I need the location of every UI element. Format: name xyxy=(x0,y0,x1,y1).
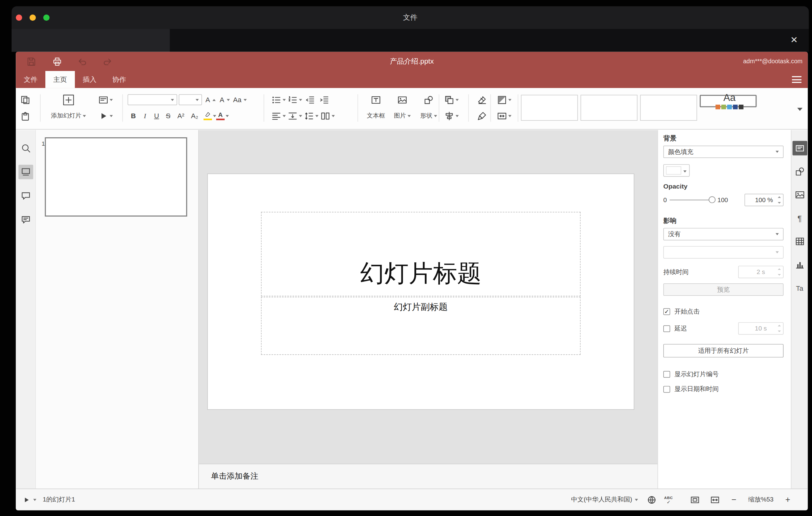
slideshow-button[interactable] xyxy=(22,496,36,504)
spellcheck-button[interactable]: ABC✓ xyxy=(662,493,675,506)
spinner-arrows[interactable] xyxy=(778,268,781,276)
add-slide-label[interactable]: 添加幻灯片 xyxy=(51,112,86,120)
clear-style-button[interactable] xyxy=(476,93,488,107)
fit-to-slide-button[interactable] xyxy=(689,493,701,506)
slide-settings-tab[interactable] xyxy=(792,141,807,155)
theme-option-3[interactable] xyxy=(640,95,697,121)
fit-to-width-button[interactable] xyxy=(709,493,721,506)
paragraph-settings-tab[interactable]: ¶ xyxy=(792,211,807,225)
chevron-down-icon xyxy=(196,99,199,101)
slide[interactable]: 幻灯片标题 幻灯片副标题 xyxy=(208,174,634,409)
theme-option-1[interactable] xyxy=(521,95,578,121)
notes-area[interactable]: 单击添加备注 xyxy=(199,463,658,489)
slide-canvas[interactable]: 幻灯片标题 幻灯片副标题 xyxy=(199,130,658,463)
underline-button[interactable]: U xyxy=(151,112,163,120)
spinner-arrows[interactable] xyxy=(778,325,781,333)
tab-home[interactable]: 主页 xyxy=(45,71,75,88)
copy-button[interactable] xyxy=(19,93,32,107)
increase-font-button[interactable]: A xyxy=(204,93,216,107)
fullscreen-window-button[interactable] xyxy=(43,15,50,21)
italic-button[interactable]: I xyxy=(139,112,151,120)
duration-label: 持续时间 xyxy=(663,267,689,277)
line-spacing-icon xyxy=(303,111,314,121)
delay-input[interactable]: 10 s xyxy=(738,322,784,335)
zoom-in-button[interactable]: + xyxy=(784,495,792,504)
theme-gallery-expand-button[interactable] xyxy=(797,104,803,113)
tab-collaboration[interactable]: 协作 xyxy=(104,71,134,88)
change-case-button[interactable]: Aa xyxy=(232,93,247,107)
superscript-button[interactable]: A² xyxy=(174,112,187,120)
opacity-input[interactable]: 100 % xyxy=(745,194,783,206)
horizontal-align-button[interactable] xyxy=(271,109,286,122)
tab-file[interactable]: 文件 xyxy=(16,71,45,88)
slide-size-button[interactable] xyxy=(497,109,512,122)
bold-button[interactable]: B xyxy=(128,112,140,120)
paste-button[interactable] xyxy=(19,109,32,122)
theme-option-selected[interactable]: Aa xyxy=(700,95,757,107)
background-color-picker[interactable] xyxy=(663,164,690,176)
bullet-list-button[interactable] xyxy=(271,93,286,107)
close-icon[interactable]: ✕ xyxy=(787,33,802,48)
arrange-shapes-button[interactable] xyxy=(444,93,459,107)
start-on-click-checkbox[interactable]: ✓ xyxy=(663,308,670,315)
increase-indent-button[interactable] xyxy=(318,93,331,107)
slides-icon xyxy=(20,167,31,177)
minimize-window-button[interactable] xyxy=(30,15,36,21)
insert-shape-button[interactable]: 形状 xyxy=(416,92,441,124)
show-date-time-checkbox[interactable] xyxy=(663,386,670,393)
slides-tab[interactable] xyxy=(18,165,33,179)
show-slide-number-checkbox[interactable] xyxy=(663,371,670,378)
slide-thumbnail[interactable] xyxy=(45,137,187,217)
search-tab[interactable] xyxy=(18,141,33,155)
preview-button[interactable]: 预览 xyxy=(663,283,784,296)
font-name-combo[interactable] xyxy=(128,94,177,105)
slide-title-placeholder[interactable]: 幻灯片标题 xyxy=(261,212,581,296)
chat-tab[interactable] xyxy=(18,212,33,227)
highlight-color-button[interactable] xyxy=(204,109,216,122)
numbered-list-button[interactable] xyxy=(287,93,302,107)
strikethrough-button[interactable]: S xyxy=(162,112,174,120)
image-settings-tab[interactable] xyxy=(792,188,807,202)
zoom-out-button[interactable]: − xyxy=(730,495,738,504)
slider-knob[interactable] xyxy=(708,196,715,203)
insert-image-button[interactable]: 图片 xyxy=(390,92,415,124)
font-size-combo[interactable] xyxy=(179,94,202,105)
opacity-min: 0 xyxy=(663,196,667,204)
copy-icon xyxy=(20,94,31,105)
decrease-indent-button[interactable] xyxy=(303,93,316,107)
chart-settings-tab[interactable] xyxy=(792,257,807,272)
shape-fill-button[interactable] xyxy=(497,93,512,107)
comments-tab[interactable] xyxy=(18,189,33,203)
tab-insert[interactable]: 插入 xyxy=(75,71,105,88)
columns-button[interactable] xyxy=(320,109,335,122)
add-slide-button[interactable] xyxy=(62,93,75,107)
delay-checkbox[interactable] xyxy=(663,325,670,332)
slide-layout-button[interactable] xyxy=(98,93,113,107)
close-window-button[interactable] xyxy=(16,15,22,21)
table-settings-tab[interactable] xyxy=(792,234,807,249)
duration-input[interactable]: 2 s xyxy=(738,266,784,278)
align-shapes-button[interactable] xyxy=(444,109,459,122)
slide-subtitle-placeholder[interactable]: 幻灯片副标题 xyxy=(261,297,581,355)
language-selector[interactable]: 中文(中华人民共和国) xyxy=(571,495,638,504)
start-slideshow-button[interactable] xyxy=(98,109,113,122)
effect-select[interactable]: 没有 xyxy=(663,228,784,240)
effect-variant-select[interactable] xyxy=(663,246,784,258)
vertical-align-button[interactable] xyxy=(287,109,302,122)
image-icon xyxy=(397,94,408,105)
shape-settings-tab[interactable] xyxy=(792,164,807,179)
document-language-button[interactable] xyxy=(645,493,658,506)
opacity-slider[interactable] xyxy=(669,194,715,206)
hamburger-menu-icon[interactable] xyxy=(792,76,802,83)
subscript-button[interactable]: A₂ xyxy=(187,112,201,120)
theme-option-2[interactable] xyxy=(581,95,638,121)
text-art-settings-tab[interactable]: Ta xyxy=(792,281,807,295)
decrease-font-button[interactable]: A xyxy=(218,93,230,107)
font-color-button[interactable]: A xyxy=(216,109,229,122)
spinner-arrows[interactable] xyxy=(778,196,781,204)
copy-style-button[interactable] xyxy=(476,109,488,122)
background-fill-select[interactable]: 颜色填充 xyxy=(663,146,784,158)
insert-textbox-button[interactable]: 文本框 xyxy=(364,92,388,124)
apply-to-all-slides-button[interactable]: 适用于所有幻灯片 xyxy=(663,344,784,358)
line-spacing-button[interactable] xyxy=(303,109,318,122)
